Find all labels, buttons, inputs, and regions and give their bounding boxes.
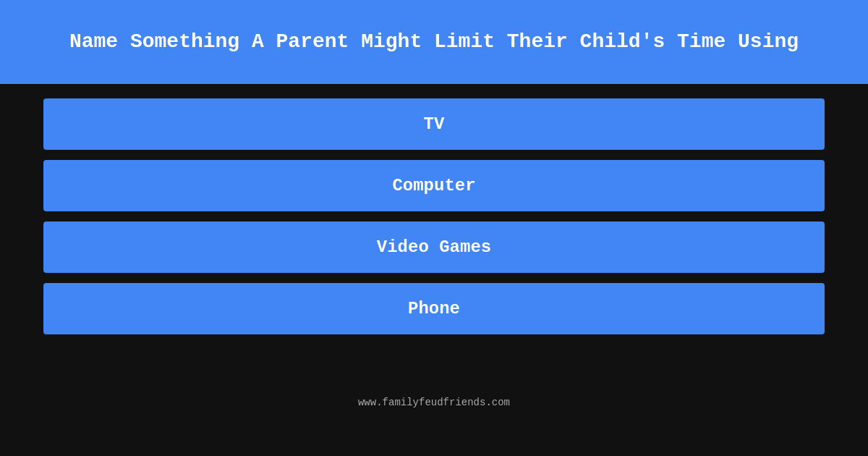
answer-button-3[interactable]: Video Games <box>43 221 825 273</box>
answer-label-4: Phone <box>408 299 460 318</box>
footer-url: www.familyfeudfriends.com <box>358 397 510 408</box>
answer-label-1: TV <box>424 114 445 134</box>
answers-container: TVComputerVideo GamesPhone <box>0 84 868 349</box>
answer-label-3: Video Games <box>377 237 491 257</box>
answer-button-4[interactable]: Phone <box>43 283 825 334</box>
answer-label-2: Computer <box>392 176 475 195</box>
answer-button-1[interactable]: TV <box>43 98 825 150</box>
footer: www.familyfeudfriends.com <box>0 349 868 456</box>
question-title: Name Something A Parent Might Limit Thei… <box>69 28 799 56</box>
question-header: Name Something A Parent Might Limit Thei… <box>0 0 868 84</box>
answer-button-2[interactable]: Computer <box>43 160 825 211</box>
